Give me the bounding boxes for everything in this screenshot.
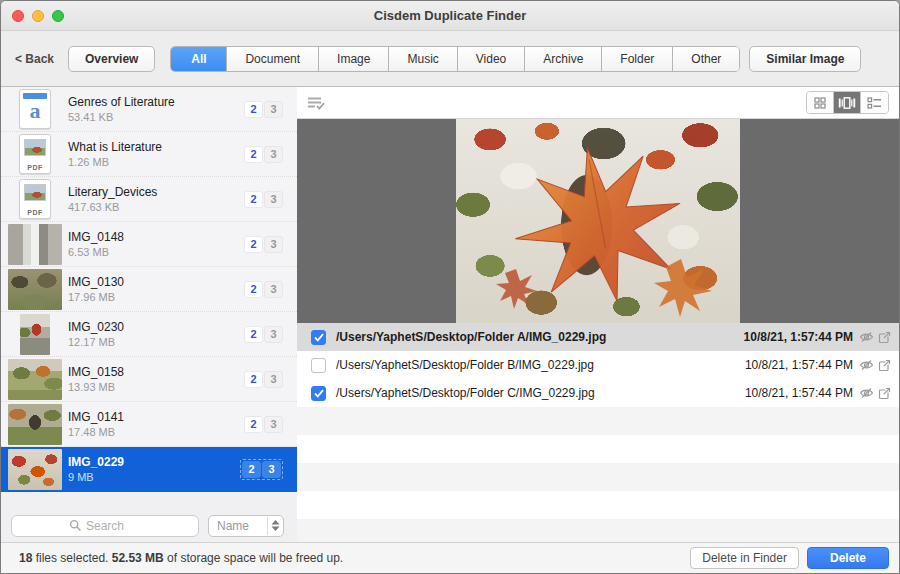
- file-checkbox[interactable]: [311, 358, 326, 373]
- hide-preview-icon[interactable]: [859, 331, 874, 343]
- tab-label: Archive: [543, 52, 583, 66]
- reveal-in-finder-icon[interactable]: [878, 359, 891, 372]
- file-checkbox[interactable]: [311, 330, 326, 345]
- toolbar: < Back Overview All Document Image Music…: [1, 31, 899, 87]
- file-size: 1.26 MB: [68, 155, 244, 170]
- file-path: /Users/YaphetS/Desktop/Folder A/IMG_0229…: [336, 330, 732, 344]
- file-size: 53.41 KB: [68, 110, 244, 125]
- total-count-badge: 3: [264, 236, 283, 253]
- preview-area: [297, 119, 899, 323]
- duplicate-groups-sidebar: Genres of Literature 53.41 KB 2 3 What i…: [1, 87, 297, 542]
- file-checkbox[interactable]: [311, 386, 326, 401]
- selected-count-badge: 2: [244, 416, 263, 433]
- duplicate-group-row[interactable]: IMG_0158 13.93 MB 2 3: [1, 357, 297, 402]
- similar-image-button[interactable]: Similar Image: [749, 46, 861, 72]
- selected-count-badge: 2: [244, 146, 263, 163]
- tab-label: All: [191, 52, 206, 66]
- tab-label: Document: [245, 52, 300, 66]
- status-message: 18 files selected. 52.53 MB of storage s…: [19, 551, 343, 565]
- tab-archive[interactable]: Archive: [525, 47, 602, 71]
- duplicate-count-badges: 2 3: [244, 281, 283, 298]
- duplicate-file-row[interactable]: /Users/YaphetS/Desktop/Folder B/IMG_0229…: [297, 351, 899, 379]
- search-input[interactable]: [11, 515, 199, 537]
- duplicate-group-row[interactable]: Genres of Literature 53.41 KB 2 3: [1, 87, 297, 132]
- file-name: What is Literature: [68, 139, 244, 155]
- duplicates-panel-toolbar: [297, 87, 899, 119]
- duplicate-group-row[interactable]: IMG_0130 17.96 MB 2 3: [1, 267, 297, 312]
- back-button[interactable]: < Back: [15, 52, 54, 66]
- photo-leaves-icon: [8, 449, 62, 490]
- duplicate-group-row[interactable]: What is Literature 1.26 MB 2 3: [1, 132, 297, 177]
- total-count-badge: 3: [264, 416, 283, 433]
- duplicate-group-row[interactable]: IMG_0230 12.17 MB 2 3: [1, 312, 297, 357]
- file-size: 12.17 MB: [68, 335, 244, 350]
- tab-video[interactable]: Video: [458, 47, 525, 71]
- file-name: IMG_0229: [68, 454, 240, 470]
- file-size: 13.93 MB: [68, 380, 244, 395]
- selected-count-badge: 2: [244, 326, 263, 343]
- file-date: 10/8/21, 1:57:44 PM: [745, 386, 853, 400]
- tab-music[interactable]: Music: [389, 47, 457, 71]
- reveal-in-finder-icon[interactable]: [878, 331, 891, 344]
- duplicate-count-badges: 2 3: [244, 326, 283, 343]
- selected-count-badge: 2: [244, 236, 263, 253]
- duplicate-file-row[interactable]: /Users/YaphetS/Desktop/Folder A/IMG_0229…: [297, 323, 899, 351]
- view-mode-toggles: [806, 91, 889, 114]
- search-icon: [69, 519, 82, 532]
- duplicates-panel: /Users/YaphetS/Desktop/Folder A/IMG_0229…: [297, 87, 899, 542]
- coverflow-view-button[interactable]: [834, 92, 861, 113]
- tab-all[interactable]: All: [171, 47, 227, 71]
- selected-count-badge: 2: [244, 101, 263, 118]
- duplicate-count-badges: 2 3: [244, 236, 283, 253]
- file-name: IMG_0230: [68, 319, 244, 335]
- duplicate-groups-list: Genres of Literature 53.41 KB 2 3 What i…: [1, 87, 297, 492]
- tab-image[interactable]: Image: [319, 47, 389, 71]
- tab-other[interactable]: Other: [673, 47, 739, 71]
- doc-text-icon: [19, 89, 51, 129]
- tab-folder[interactable]: Folder: [602, 47, 673, 71]
- duplicate-count-badges: 2 3: [244, 146, 283, 163]
- file-icon-slot: [6, 179, 64, 219]
- empty-rows: [297, 407, 899, 542]
- duplicate-group-row[interactable]: IMG_0229 9 MB 2 3: [1, 447, 297, 492]
- select-all-icon[interactable]: [307, 96, 326, 110]
- tab-bar: All Document Image Music Video Archive F…: [170, 46, 740, 72]
- hide-preview-icon[interactable]: [859, 387, 874, 399]
- file-name: IMG_0141: [68, 409, 244, 425]
- reveal-in-finder-icon[interactable]: [878, 387, 891, 400]
- tab-label: Other: [691, 52, 721, 66]
- hide-preview-icon[interactable]: [859, 359, 874, 371]
- delete-in-finder-button[interactable]: Delete in Finder: [690, 547, 799, 569]
- file-name: Genres of Literature: [68, 94, 244, 110]
- overview-button[interactable]: Overview: [68, 46, 155, 72]
- file-size: 17.96 MB: [68, 290, 244, 305]
- selected-count-badge: 2: [242, 461, 261, 478]
- file-icon-slot: [6, 224, 64, 265]
- file-size: 9 MB: [68, 470, 240, 485]
- sort-select[interactable]: Name: [208, 515, 284, 537]
- duplicate-group-row[interactable]: IMG_0141 17.48 MB 2 3: [1, 402, 297, 447]
- duplicate-count-badges: 2 3: [244, 191, 283, 208]
- photo-autumn-trees-icon: [8, 359, 62, 400]
- grid-view-icon: [814, 97, 826, 109]
- grid-view-button[interactable]: [807, 92, 834, 113]
- window-title: Cisdem Duplicate Finder: [1, 8, 899, 23]
- duplicate-count-badges: 2 3: [244, 416, 283, 433]
- tab-document[interactable]: Document: [227, 47, 319, 71]
- tab-label: Music: [407, 52, 438, 66]
- file-name: IMG_0130: [68, 274, 244, 290]
- total-count-badge: 3: [262, 461, 281, 478]
- duplicate-file-row[interactable]: /Users/YaphetS/Desktop/Folder C/IMG_0229…: [297, 379, 899, 407]
- total-count-badge: 3: [264, 281, 283, 298]
- duplicate-group-row[interactable]: IMG_0148 6.53 MB 2 3: [1, 222, 297, 267]
- list-view-icon: [867, 97, 882, 109]
- file-path: /Users/YaphetS/Desktop/Folder B/IMG_0229…: [336, 358, 733, 372]
- duplicate-group-row[interactable]: Literary_Devices 417.63 KB 2 3: [1, 177, 297, 222]
- sidebar-filler: [1, 492, 297, 512]
- total-count-badge: 3: [264, 101, 283, 118]
- delete-button[interactable]: Delete: [807, 547, 889, 569]
- tab-label: Image: [337, 52, 370, 66]
- pdf-icon: [19, 179, 51, 219]
- list-view-button[interactable]: [861, 92, 888, 113]
- file-icon-slot: [6, 269, 64, 310]
